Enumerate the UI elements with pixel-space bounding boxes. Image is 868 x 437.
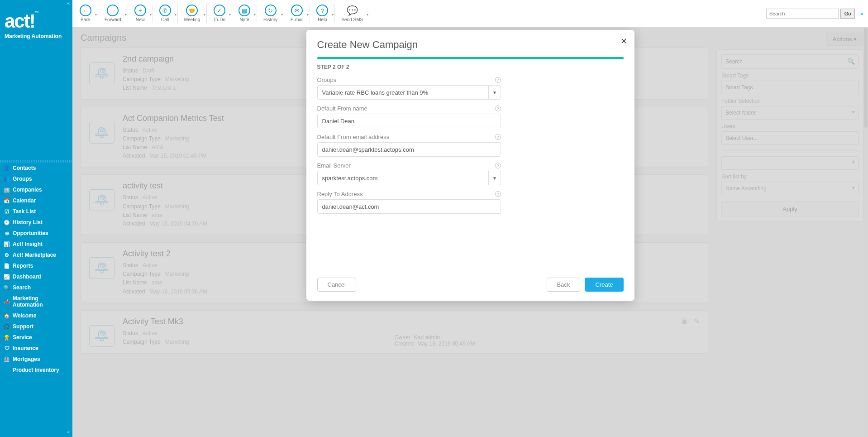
help-icon[interactable]: ? xyxy=(495,134,501,140)
create-campaign-modal: ✕ Create New Campaign STEP 2 OF 2 Groups… xyxy=(306,30,634,301)
sidebar-item-search[interactable]: 🔍Search xyxy=(0,282,72,293)
nav-icon: ☑ xyxy=(4,208,10,215)
toolbar-back-button[interactable]: ←Back▾ xyxy=(75,3,96,24)
chevron-down-icon: ▾ xyxy=(150,13,152,17)
toolbar-meeting-button[interactable]: 🤝Meeting▾ xyxy=(180,3,205,24)
nav-label: Contacts xyxy=(13,165,36,171)
to-do-icon: ✓ xyxy=(214,5,225,16)
sidebar-item-service[interactable]: 👷Service xyxy=(0,332,72,343)
create-button[interactable]: Create xyxy=(585,278,623,292)
reply-to-input[interactable] xyxy=(317,199,501,214)
separator xyxy=(153,5,153,23)
sidebar-item-product-inventory[interactable]: Product Inventory xyxy=(0,365,72,375)
from-name-input[interactable] xyxy=(317,114,501,128)
nav-label: Act! Insight xyxy=(13,241,43,247)
separator xyxy=(257,5,257,23)
toolbar-search-input[interactable] xyxy=(766,9,839,19)
help-icon[interactable]: ? xyxy=(495,77,501,83)
nav-label: Companies xyxy=(13,187,42,193)
sidebar-item-calendar[interactable]: 📅Calendar xyxy=(0,195,72,206)
nav-icon: 📈 xyxy=(4,274,10,280)
step-label: STEP 2 OF 2 xyxy=(317,64,624,70)
groups-select[interactable] xyxy=(317,85,501,100)
sidebar-item-act-marketplace[interactable]: ⚙Act! Marketplace xyxy=(0,250,72,260)
separator xyxy=(310,5,310,23)
sidebar-item-mortgages[interactable]: 🏦Mortgages xyxy=(0,354,72,365)
email-server-label: Email Server xyxy=(317,162,351,169)
help-icon[interactable]: ? xyxy=(495,106,501,111)
help-icon[interactable]: ? xyxy=(495,163,501,168)
sidebar-item-task-list[interactable]: ☑Task List xyxy=(0,206,72,217)
chevron-down-icon: ▾ xyxy=(229,13,231,17)
sidebar-item-support[interactable]: 🎧Support xyxy=(0,321,72,332)
separator xyxy=(98,5,98,23)
sidebar-item-reports[interactable]: 📄Reports xyxy=(0,260,72,271)
call-icon: ✆ xyxy=(159,5,171,16)
sidebar-item-act-insight[interactable]: 📊Act! Insight xyxy=(0,239,72,250)
nav-label: Support xyxy=(13,323,33,330)
sidebar-item-groups[interactable]: 👥Groups xyxy=(0,173,72,184)
nav-label: Dashboard xyxy=(13,274,41,280)
collapse-sidebar-icon[interactable]: « xyxy=(0,0,72,7)
back-button[interactable]: Back xyxy=(547,278,581,292)
toolbar-history-button[interactable]: ↻History▾ xyxy=(259,3,282,24)
toolbar-label: To-Do xyxy=(213,17,225,22)
e-mail-icon: ✉ xyxy=(291,5,303,16)
toolbar-call-button[interactable]: ✆Call▾ xyxy=(155,3,176,24)
help-icon: ? xyxy=(316,5,328,16)
separator xyxy=(232,5,232,23)
sidebar-item-contacts[interactable]: 👤Contacts xyxy=(0,163,72,173)
sidebar-item-opportunities[interactable]: ⊕Opportunities xyxy=(0,228,72,239)
toolbar-search: Go xyxy=(766,9,855,19)
separator xyxy=(206,5,207,23)
nav-label: History List xyxy=(13,219,43,226)
nav-icon: 🎧 xyxy=(4,323,10,330)
reply-to-label: Reply To Address xyxy=(317,191,363,197)
sidebar-item-dashboard[interactable]: 📈Dashboard xyxy=(0,271,72,282)
sidebar-item-insurance[interactable]: 🛡Insurance xyxy=(0,343,72,354)
from-name-label: Default From name xyxy=(317,105,367,112)
toolbar-send-sms-button[interactable]: 💬Send SMS▾ xyxy=(337,3,367,24)
toolbar-help-button[interactable]: ?Help▾ xyxy=(312,3,333,24)
toolbar-label: Back xyxy=(81,17,91,22)
nav-label: Welcome xyxy=(13,312,36,319)
toolbar: ←Back▾→Forward▾+New▾✆Call▾🤝Meeting▾✓To-D… xyxy=(72,0,868,27)
nav-list: 👤Contacts👥Groups🏢Companies📅Calendar☑Task… xyxy=(0,163,72,375)
toolbar-go-button[interactable]: Go xyxy=(840,9,855,19)
toolbar-e-mail-button[interactable]: ✉E-mail▾ xyxy=(286,3,308,24)
from-email-input[interactable] xyxy=(317,142,501,157)
chevron-down-icon: ▾ xyxy=(95,13,97,17)
nav-icon: 🕘 xyxy=(4,219,10,226)
nav-label: Groups xyxy=(13,176,32,182)
toolbar-label: Forward xyxy=(105,17,121,22)
toolbar-forward-button[interactable]: →Forward▾ xyxy=(100,3,126,24)
sidebar-item-marketing-automation[interactable]: 📣Marketing Automation xyxy=(0,293,72,310)
nav-icon: ⊕ xyxy=(4,230,10,236)
chevron-down-icon: ▾ xyxy=(125,13,127,17)
toolbar-expand-icon[interactable]: » xyxy=(858,10,865,17)
toolbar-label: Note xyxy=(239,17,249,22)
help-icon[interactable]: ? xyxy=(495,191,501,197)
sidebar-item-welcome[interactable]: 🏠Welcome xyxy=(0,310,72,321)
history-icon: ↻ xyxy=(265,5,277,16)
sidebar-item-companies[interactable]: 🏢Companies xyxy=(0,184,72,195)
cancel-button[interactable]: Cancel xyxy=(317,278,356,292)
main: ←Back▾→Forward▾+New▾✆Call▾🤝Meeting▾✓To-D… xyxy=(72,0,868,437)
toolbar-note-button[interactable]: ▤Note▾ xyxy=(234,3,255,24)
toolbar-label: Send SMS xyxy=(341,17,363,22)
new-icon: + xyxy=(134,5,146,16)
nav-icon: ⚙ xyxy=(4,252,10,258)
nav-icon xyxy=(4,367,10,373)
toolbar-new-button[interactable]: +New▾ xyxy=(130,3,151,24)
nav-label: Task List xyxy=(13,208,36,215)
nav-label: Act! Marketplace xyxy=(13,252,56,258)
chevron-down-icon: ▾ xyxy=(307,13,309,17)
nav-label: Mortgages xyxy=(13,356,40,362)
email-server-select[interactable] xyxy=(317,171,501,185)
close-icon[interactable]: ✕ xyxy=(620,36,627,46)
toolbar-to-do-button[interactable]: ✓To-Do▾ xyxy=(209,3,230,24)
nav-icon: 📅 xyxy=(4,197,10,204)
nav-icon: 🔍 xyxy=(4,284,10,291)
sidebar-item-history-list[interactable]: 🕘History List xyxy=(0,217,72,228)
expand-sidebar-icon[interactable]: » xyxy=(0,427,72,437)
